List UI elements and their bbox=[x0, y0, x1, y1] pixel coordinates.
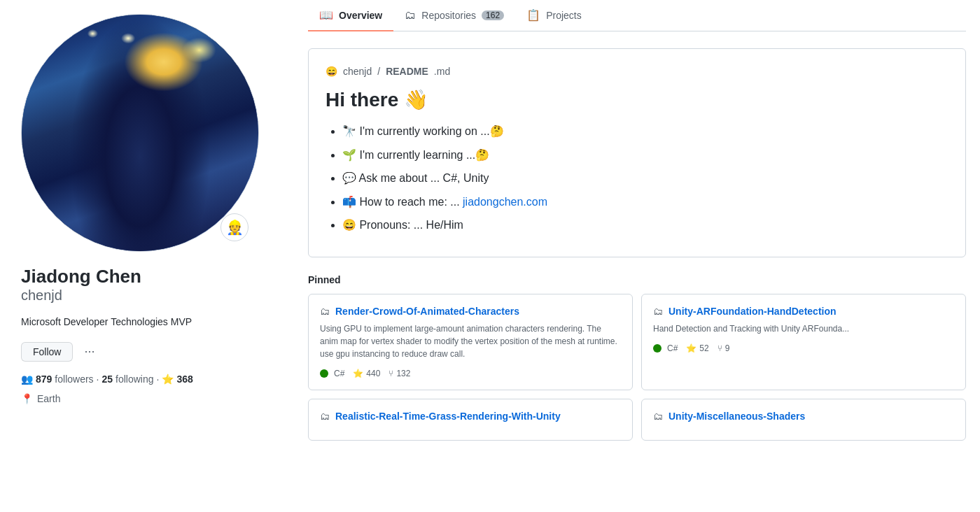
tab-projects-label: Projects bbox=[546, 10, 582, 21]
stars-count: 368 bbox=[176, 374, 192, 385]
pinned-partial-card-2-link[interactable]: Unity-Miscellaneous-Shaders bbox=[668, 411, 805, 422]
repo-icon-partial-2: 🗂 bbox=[653, 411, 663, 422]
star-icon: ⭐ bbox=[162, 374, 174, 385]
readme-smiley-icon: 😄 bbox=[326, 66, 337, 77]
pinned-card-1: 🗂 Render-Crowd-Of-Animated-Characters Us… bbox=[308, 294, 633, 390]
pinned-card-1-header: 🗂 Render-Crowd-Of-Animated-Characters bbox=[320, 306, 621, 317]
followers-count: 879 bbox=[36, 374, 52, 385]
pinned-partial-card-2-header: 🗂 Unity-Miscellaneous-Shaders bbox=[653, 411, 954, 422]
main-content: 📖 Overview 🗂 Repositories 162 📋 Projects… bbox=[294, 0, 980, 512]
people-icon: 👥 bbox=[21, 374, 33, 385]
fork-icon-2: ⑂ bbox=[718, 343, 722, 353]
avatar-container: 👷 bbox=[21, 14, 259, 252]
star-icon-1: ⭐ bbox=[353, 369, 363, 378]
forks-item-1: ⑂ 132 bbox=[388, 369, 410, 378]
pronouns-text: 😄 Pronouns: ... He/Him bbox=[342, 219, 463, 231]
profile-username: chenjd bbox=[21, 287, 273, 304]
pinned-card-1-desc: Using GPU to implement large-amount anim… bbox=[320, 322, 621, 360]
list-item: 😄 Pronouns: ... He/Him bbox=[342, 216, 948, 234]
pinned-card-1-meta: C# ⭐ 440 ⑂ 132 bbox=[320, 369, 621, 378]
list-item: 💬 Ask me about ... C#, Unity bbox=[342, 169, 948, 187]
website-link[interactable]: jiadongchen.com bbox=[463, 196, 547, 208]
follow-button[interactable]: Follow bbox=[21, 342, 73, 362]
readme-list: 🔭 I'm currently working on ...🤔 🌱 I'm cu… bbox=[326, 122, 948, 234]
lang-dot-2 bbox=[653, 344, 662, 353]
lang-item-2: C# bbox=[653, 343, 678, 353]
following-label: following bbox=[115, 374, 153, 385]
tabs-nav: 📖 Overview 🗂 Repositories 162 📋 Projects bbox=[308, 0, 966, 31]
lang-item-1: C# bbox=[320, 369, 344, 378]
lang-label-2: C# bbox=[667, 343, 678, 353]
location-icon: 📍 bbox=[21, 393, 33, 404]
stars-link[interactable]: 368 bbox=[176, 374, 192, 385]
readme-header: 😄 chenjd / README .md bbox=[326, 66, 948, 77]
profile-bio: Microsoft Developer Technologies MVP bbox=[21, 315, 273, 329]
forks-count-1: 132 bbox=[396, 369, 410, 378]
readme-card: 😄 chenjd / README .md Hi there 👋 🔭 I'm c… bbox=[308, 48, 966, 257]
pinned-title: Pinned bbox=[308, 274, 966, 285]
tab-overview[interactable]: 📖 Overview bbox=[308, 0, 393, 31]
stars-item-1: ⭐ 440 bbox=[353, 369, 380, 378]
readme-repo-user: chenjd bbox=[343, 66, 372, 77]
star-icon-2: ⭐ bbox=[686, 343, 696, 353]
repo-icon-1: 🗂 bbox=[320, 306, 330, 317]
lang-label-1: C# bbox=[334, 369, 344, 378]
pinned-card-2-desc: Hand Detection and Tracking with Unity A… bbox=[653, 322, 954, 335]
tab-projects[interactable]: 📋 Projects bbox=[515, 0, 593, 31]
reach-me-text: 📫 How to reach me: ... bbox=[342, 196, 463, 208]
readme-repo-name: README bbox=[386, 66, 428, 77]
list-item: 📫 How to reach me: ... jiadongchen.com bbox=[342, 193, 948, 211]
readme-separator: / bbox=[377, 66, 380, 77]
location-row: 📍 Earth bbox=[21, 393, 273, 404]
tab-repositories[interactable]: 🗂 Repositories 162 bbox=[393, 1, 515, 31]
following-count: 25 bbox=[102, 374, 113, 385]
dot-separator: · bbox=[97, 374, 99, 385]
working-on-text: 🔭 I'm currently working on ...🤔 bbox=[342, 125, 504, 137]
repo-icon-partial-1: 🗂 bbox=[320, 411, 330, 422]
projects-icon: 📋 bbox=[526, 8, 540, 22]
pinned-partial-card-1-link[interactable]: Realistic-Real-Time-Grass-Rendering-With… bbox=[335, 411, 561, 422]
avatar bbox=[21, 14, 259, 252]
lang-dot-1 bbox=[320, 369, 328, 378]
tab-overview-label: Overview bbox=[339, 10, 382, 21]
forks-count-2: 9 bbox=[725, 343, 730, 353]
pinned-card-2-meta: C# ⭐ 52 ⑂ 9 bbox=[653, 343, 954, 353]
list-item: 🌱 I'm currently learning ...🤔 bbox=[342, 146, 948, 164]
stars-count-1: 440 bbox=[366, 369, 380, 378]
tab-repositories-label: Repositories bbox=[421, 10, 476, 21]
list-item: 🔭 I'm currently working on ...🤔 bbox=[342, 122, 948, 141]
pinned-card-2: 🗂 Unity-ARFoundation-HandDetection Hand … bbox=[641, 294, 966, 390]
more-options-button[interactable]: ··· bbox=[78, 341, 100, 362]
repositories-badge: 162 bbox=[482, 10, 504, 20]
overview-icon: 📖 bbox=[319, 8, 333, 22]
pinned-section: Pinned 🗂 Render-Crowd-Of-Animated-Charac… bbox=[308, 274, 966, 441]
pinned-card-1-link[interactable]: Render-Crowd-Of-Animated-Characters bbox=[335, 306, 519, 317]
pinned-partial-card-1-header: 🗂 Realistic-Real-Time-Grass-Rendering-Wi… bbox=[320, 411, 621, 422]
sidebar: 👷 Jiadong Chen chenjd Microsoft Develope… bbox=[0, 0, 294, 512]
followers-link[interactable]: 879 bbox=[36, 374, 52, 385]
pinned-card-2-header: 🗂 Unity-ARFoundation-HandDetection bbox=[653, 306, 954, 317]
followers-label: followers bbox=[55, 374, 93, 385]
readme-title: Hi there 👋 bbox=[326, 88, 948, 111]
follow-row: Follow ··· bbox=[21, 341, 273, 362]
learning-text: 🌱 I'm currently learning ...🤔 bbox=[342, 149, 489, 161]
location-text: Earth bbox=[37, 393, 60, 404]
fork-icon-1: ⑂ bbox=[388, 369, 393, 378]
pinned-grid: 🗂 Render-Crowd-Of-Animated-Characters Us… bbox=[308, 294, 966, 441]
pinned-partial-card-2: 🗂 Unity-Miscellaneous-Shaders bbox=[641, 399, 966, 441]
following-link[interactable]: 25 bbox=[102, 374, 113, 385]
stars-item-2: ⭐ 52 bbox=[686, 343, 708, 353]
avatar-badge: 👷 bbox=[220, 213, 248, 241]
profile-display-name: Jiadong Chen bbox=[21, 266, 273, 287]
repo-icon-2: 🗂 bbox=[653, 306, 663, 317]
ask-me-text: 💬 Ask me about ... C#, Unity bbox=[342, 172, 489, 184]
stats-row: 👥 879 followers · 25 following · ⭐ 368 bbox=[21, 374, 273, 385]
stars-count-2: 52 bbox=[699, 343, 708, 353]
forks-item-2: ⑂ 9 bbox=[718, 343, 730, 353]
pinned-partial-card-1: 🗂 Realistic-Real-Time-Grass-Rendering-Wi… bbox=[308, 399, 633, 441]
pinned-card-2-link[interactable]: Unity-ARFoundation-HandDetection bbox=[668, 306, 836, 317]
readme-file-ext: .md bbox=[434, 66, 450, 77]
dot-separator-2: · bbox=[157, 374, 160, 385]
repositories-icon: 🗂 bbox=[405, 9, 416, 22]
